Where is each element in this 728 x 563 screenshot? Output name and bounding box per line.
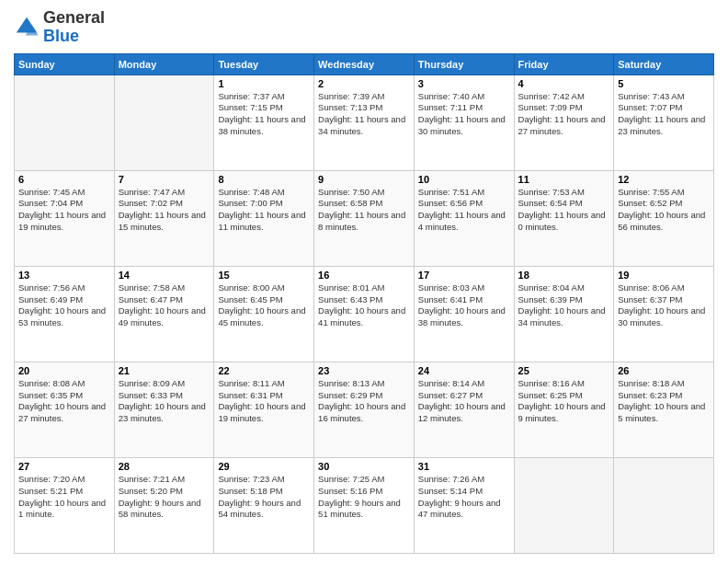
calendar-cell: 19Sunrise: 8:06 AM Sunset: 6:37 PM Dayli…	[614, 266, 714, 362]
day-number: 4	[518, 78, 610, 89]
day-number: 2	[318, 78, 410, 89]
calendar-cell: 26Sunrise: 8:18 AM Sunset: 6:23 PM Dayli…	[614, 362, 714, 457]
calendar-cell: 22Sunrise: 8:11 AM Sunset: 6:31 PM Dayli…	[214, 362, 314, 457]
day-info: Sunrise: 8:08 AM Sunset: 6:35 PM Dayligh…	[18, 378, 110, 425]
day-info: Sunrise: 8:11 AM Sunset: 6:31 PM Dayligh…	[218, 378, 310, 425]
day-info: Sunrise: 7:47 AM Sunset: 7:02 PM Dayligh…	[119, 187, 210, 234]
day-number: 10	[418, 174, 510, 185]
calendar-week-row: 27Sunrise: 7:20 AM Sunset: 5:21 PM Dayli…	[15, 457, 714, 553]
day-number: 5	[618, 78, 710, 89]
day-info: Sunrise: 7:45 AM Sunset: 7:04 PM Dayligh…	[18, 187, 110, 234]
day-number: 21	[119, 365, 210, 376]
calendar-cell: 9Sunrise: 7:50 AM Sunset: 6:58 PM Daylig…	[314, 170, 415, 266]
weekday-header: Sunday	[15, 53, 115, 75]
day-number: 20	[18, 365, 110, 376]
calendar-cell	[514, 457, 614, 553]
calendar-cell: 13Sunrise: 7:56 AM Sunset: 6:49 PM Dayli…	[15, 266, 115, 362]
calendar-cell: 8Sunrise: 7:48 AM Sunset: 7:00 PM Daylig…	[214, 170, 314, 266]
day-number: 12	[618, 174, 710, 185]
day-number: 23	[318, 365, 410, 376]
day-info: Sunrise: 8:03 AM Sunset: 6:41 PM Dayligh…	[418, 282, 510, 329]
calendar-cell: 17Sunrise: 8:03 AM Sunset: 6:41 PM Dayli…	[414, 266, 514, 362]
weekday-header: Thursday	[414, 53, 514, 75]
day-info: Sunrise: 7:53 AM Sunset: 6:54 PM Dayligh…	[518, 187, 610, 234]
day-info: Sunrise: 8:18 AM Sunset: 6:23 PM Dayligh…	[618, 378, 710, 425]
calendar-cell: 3Sunrise: 7:40 AM Sunset: 7:11 PM Daylig…	[414, 75, 514, 170]
day-number: 7	[119, 174, 210, 185]
calendar-cell: 18Sunrise: 8:04 AM Sunset: 6:39 PM Dayli…	[514, 266, 614, 362]
day-info: Sunrise: 8:16 AM Sunset: 6:25 PM Dayligh…	[518, 378, 610, 425]
logo-icon	[14, 15, 40, 40]
calendar-cell: 5Sunrise: 7:43 AM Sunset: 7:07 PM Daylig…	[614, 75, 714, 170]
calendar-week-row: 13Sunrise: 7:56 AM Sunset: 6:49 PM Dayli…	[15, 266, 714, 362]
day-info: Sunrise: 8:13 AM Sunset: 6:29 PM Dayligh…	[318, 378, 410, 425]
day-number: 31	[418, 461, 510, 472]
weekday-header: Tuesday	[214, 53, 314, 75]
day-info: Sunrise: 7:55 AM Sunset: 6:52 PM Dayligh…	[618, 187, 710, 234]
day-number: 17	[418, 270, 510, 281]
calendar-cell: 25Sunrise: 8:16 AM Sunset: 6:25 PM Dayli…	[514, 362, 614, 457]
calendar-week-row: 20Sunrise: 8:08 AM Sunset: 6:35 PM Dayli…	[15, 362, 714, 457]
day-info: Sunrise: 7:51 AM Sunset: 6:56 PM Dayligh…	[418, 187, 510, 234]
logo-text: General Blue	[43, 9, 105, 46]
day-number: 29	[218, 461, 310, 472]
day-info: Sunrise: 7:42 AM Sunset: 7:09 PM Dayligh…	[518, 91, 610, 138]
calendar-cell: 28Sunrise: 7:21 AM Sunset: 5:20 PM Dayli…	[114, 457, 214, 553]
day-number: 24	[418, 365, 510, 376]
day-number: 22	[218, 365, 310, 376]
calendar-cell: 15Sunrise: 8:00 AM Sunset: 6:45 PM Dayli…	[214, 266, 314, 362]
calendar-cell: 30Sunrise: 7:25 AM Sunset: 5:16 PM Dayli…	[314, 457, 415, 553]
calendar-cell: 29Sunrise: 7:23 AM Sunset: 5:18 PM Dayli…	[214, 457, 314, 553]
day-number: 18	[518, 270, 610, 281]
day-info: Sunrise: 7:26 AM Sunset: 5:14 PM Dayligh…	[418, 474, 510, 521]
page: General Blue SundayMondayTuesdayWednesda…	[0, 0, 728, 563]
day-number: 25	[518, 365, 610, 376]
calendar-cell: 12Sunrise: 7:55 AM Sunset: 6:52 PM Dayli…	[614, 170, 714, 266]
calendar-cell	[114, 75, 214, 170]
calendar-table: SundayMondayTuesdayWednesdayThursdayFrid…	[14, 53, 714, 554]
day-info: Sunrise: 7:43 AM Sunset: 7:07 PM Dayligh…	[618, 91, 710, 138]
calendar-cell: 7Sunrise: 7:47 AM Sunset: 7:02 PM Daylig…	[114, 170, 214, 266]
weekday-header: Saturday	[614, 53, 714, 75]
day-info: Sunrise: 8:00 AM Sunset: 6:45 PM Dayligh…	[218, 282, 310, 329]
day-number: 11	[518, 174, 610, 185]
calendar-cell: 10Sunrise: 7:51 AM Sunset: 6:56 PM Dayli…	[414, 170, 514, 266]
day-number: 30	[318, 461, 410, 472]
day-info: Sunrise: 8:06 AM Sunset: 6:37 PM Dayligh…	[618, 282, 710, 329]
day-info: Sunrise: 8:14 AM Sunset: 6:27 PM Dayligh…	[418, 378, 510, 425]
calendar-cell: 21Sunrise: 8:09 AM Sunset: 6:33 PM Dayli…	[114, 362, 214, 457]
day-info: Sunrise: 7:20 AM Sunset: 5:21 PM Dayligh…	[18, 474, 110, 521]
day-info: Sunrise: 8:09 AM Sunset: 6:33 PM Dayligh…	[119, 378, 210, 425]
day-number: 9	[318, 174, 410, 185]
day-number: 8	[218, 174, 310, 185]
calendar-header-row: SundayMondayTuesdayWednesdayThursdayFrid…	[15, 53, 714, 75]
header: General Blue	[14, 9, 714, 46]
day-info: Sunrise: 8:01 AM Sunset: 6:43 PM Dayligh…	[318, 282, 410, 329]
calendar-cell: 23Sunrise: 8:13 AM Sunset: 6:29 PM Dayli…	[314, 362, 415, 457]
day-number: 28	[119, 461, 210, 472]
calendar-cell: 11Sunrise: 7:53 AM Sunset: 6:54 PM Dayli…	[514, 170, 614, 266]
day-info: Sunrise: 7:48 AM Sunset: 7:00 PM Dayligh…	[218, 187, 310, 234]
day-number: 15	[218, 270, 310, 281]
weekday-header: Friday	[514, 53, 614, 75]
weekday-header: Monday	[114, 53, 214, 75]
day-info: Sunrise: 7:37 AM Sunset: 7:15 PM Dayligh…	[218, 91, 310, 138]
logo: General Blue	[14, 9, 105, 46]
day-number: 14	[119, 270, 210, 281]
day-number: 26	[618, 365, 710, 376]
day-info: Sunrise: 7:58 AM Sunset: 6:47 PM Dayligh…	[119, 282, 210, 329]
calendar-cell: 16Sunrise: 8:01 AM Sunset: 6:43 PM Dayli…	[314, 266, 415, 362]
day-number: 6	[18, 174, 110, 185]
calendar-cell: 4Sunrise: 7:42 AM Sunset: 7:09 PM Daylig…	[514, 75, 614, 170]
day-info: Sunrise: 7:40 AM Sunset: 7:11 PM Dayligh…	[418, 91, 510, 138]
day-info: Sunrise: 7:21 AM Sunset: 5:20 PM Dayligh…	[119, 474, 210, 521]
calendar-week-row: 6Sunrise: 7:45 AM Sunset: 7:04 PM Daylig…	[15, 170, 714, 266]
calendar-cell: 2Sunrise: 7:39 AM Sunset: 7:13 PM Daylig…	[314, 75, 415, 170]
calendar-cell: 1Sunrise: 7:37 AM Sunset: 7:15 PM Daylig…	[214, 75, 314, 170]
calendar-cell: 27Sunrise: 7:20 AM Sunset: 5:21 PM Dayli…	[15, 457, 115, 553]
day-number: 16	[318, 270, 410, 281]
calendar-cell: 6Sunrise: 7:45 AM Sunset: 7:04 PM Daylig…	[15, 170, 115, 266]
weekday-header: Wednesday	[314, 53, 415, 75]
day-number: 13	[18, 270, 110, 281]
day-number: 3	[418, 78, 510, 89]
